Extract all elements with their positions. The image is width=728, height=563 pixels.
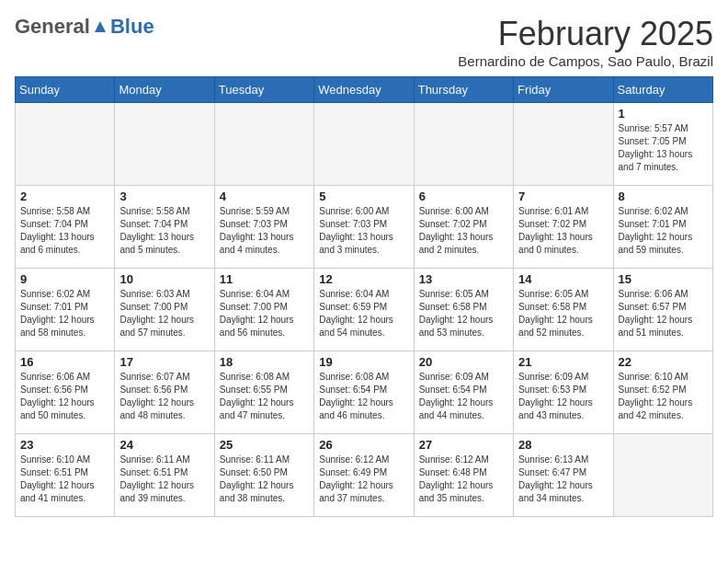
day-number: 7	[518, 190, 608, 203]
day-number: 23	[20, 438, 109, 452]
calendar-week-4: 16Sunrise: 6:06 AM Sunset: 6:56 PM Dayli…	[16, 351, 713, 434]
calendar-header-monday: Monday	[115, 77, 214, 103]
day-info: Sunrise: 6:11 AM Sunset: 6:51 PM Dayligh…	[119, 454, 209, 505]
day-info: Sunrise: 6:06 AM Sunset: 6:57 PM Dayligh…	[619, 288, 708, 339]
calendar-day: 1Sunrise: 5:57 AM Sunset: 7:05 PM Daylig…	[613, 103, 712, 186]
day-info: Sunrise: 6:09 AM Sunset: 6:53 PM Dayligh…	[518, 371, 608, 422]
day-info: Sunrise: 6:08 AM Sunset: 6:55 PM Dayligh…	[220, 371, 309, 422]
calendar-day: 25Sunrise: 6:11 AM Sunset: 6:50 PM Dayli…	[214, 434, 313, 517]
calendar-day	[16, 103, 115, 186]
day-number: 2	[20, 190, 109, 203]
calendar-header-friday: Friday	[514, 77, 613, 103]
logo-blue-text: Blue	[110, 15, 154, 39]
day-info: Sunrise: 6:00 AM Sunset: 7:02 PM Dayligh…	[419, 205, 508, 257]
calendar-week-2: 2Sunrise: 5:58 AM Sunset: 7:04 PM Daylig…	[16, 186, 713, 269]
month-title: February 2025	[458, 15, 713, 53]
calendar-day: 22Sunrise: 6:10 AM Sunset: 6:52 PM Dayli…	[613, 351, 712, 434]
calendar-day	[613, 434, 712, 517]
day-info: Sunrise: 6:13 AM Sunset: 6:47 PM Dayligh…	[518, 454, 608, 505]
day-number: 3	[119, 190, 209, 203]
day-info: Sunrise: 5:58 AM Sunset: 7:04 PM Dayligh…	[20, 205, 109, 257]
calendar-day: 28Sunrise: 6:13 AM Sunset: 6:47 PM Dayli…	[514, 434, 613, 517]
day-number: 22	[619, 355, 708, 369]
calendar-day: 14Sunrise: 6:05 AM Sunset: 6:58 PM Dayli…	[514, 269, 613, 351]
calendar-day: 24Sunrise: 6:11 AM Sunset: 6:51 PM Dayli…	[115, 434, 214, 517]
day-info: Sunrise: 6:09 AM Sunset: 6:54 PM Dayligh…	[419, 371, 508, 422]
calendar-header-row: SundayMondayTuesdayWednesdayThursdayFrid…	[16, 77, 713, 103]
calendar-week-1: 1Sunrise: 5:57 AM Sunset: 7:05 PM Daylig…	[16, 103, 713, 186]
day-info: Sunrise: 5:59 AM Sunset: 7:03 PM Dayligh…	[220, 205, 309, 257]
day-number: 11	[220, 272, 309, 286]
day-info: Sunrise: 6:04 AM Sunset: 6:59 PM Dayligh…	[319, 288, 408, 339]
calendar-header-wednesday: Wednesday	[314, 77, 414, 103]
day-info: Sunrise: 6:10 AM Sunset: 6:52 PM Dayligh…	[619, 371, 708, 422]
calendar-header-saturday: Saturday	[613, 77, 712, 103]
day-number: 8	[619, 190, 708, 203]
calendar-header-tuesday: Tuesday	[214, 77, 313, 103]
calendar-day: 19Sunrise: 6:08 AM Sunset: 6:54 PM Dayli…	[314, 351, 414, 434]
calendar-table: SundayMondayTuesdayWednesdayThursdayFrid…	[15, 76, 713, 517]
day-number: 6	[419, 190, 508, 203]
day-number: 1	[619, 107, 708, 121]
day-info: Sunrise: 5:57 AM Sunset: 7:05 PM Dayligh…	[619, 122, 708, 174]
calendar-day: 9Sunrise: 6:02 AM Sunset: 7:01 PM Daylig…	[16, 269, 115, 351]
logo-general-text: General	[15, 15, 90, 39]
day-info: Sunrise: 6:00 AM Sunset: 7:03 PM Dayligh…	[319, 205, 408, 257]
calendar-day	[314, 103, 414, 186]
calendar-day: 26Sunrise: 6:12 AM Sunset: 6:49 PM Dayli…	[314, 434, 414, 517]
calendar-day: 10Sunrise: 6:03 AM Sunset: 7:00 PM Dayli…	[115, 269, 214, 351]
day-number: 12	[319, 272, 408, 286]
day-number: 28	[518, 438, 608, 452]
day-info: Sunrise: 6:03 AM Sunset: 7:00 PM Dayligh…	[119, 288, 209, 339]
day-number: 25	[220, 438, 309, 452]
day-info: Sunrise: 6:05 AM Sunset: 6:58 PM Dayligh…	[419, 288, 508, 339]
title-block: February 2025 Bernardino de Campos, Sao …	[458, 15, 713, 69]
calendar-day: 6Sunrise: 6:00 AM Sunset: 7:02 PM Daylig…	[414, 186, 513, 269]
calendar-day	[514, 103, 613, 186]
calendar-day: 4Sunrise: 5:59 AM Sunset: 7:03 PM Daylig…	[214, 186, 313, 269]
day-number: 17	[119, 355, 209, 369]
calendar-day: 15Sunrise: 6:06 AM Sunset: 6:57 PM Dayli…	[613, 269, 712, 351]
page-header: General Blue February 2025 Bernardino de…	[15, 15, 713, 69]
calendar-day: 27Sunrise: 6:12 AM Sunset: 6:48 PM Dayli…	[414, 434, 513, 517]
calendar-week-5: 23Sunrise: 6:10 AM Sunset: 6:51 PM Dayli…	[16, 434, 713, 517]
calendar-day: 23Sunrise: 6:10 AM Sunset: 6:51 PM Dayli…	[16, 434, 115, 517]
calendar-day	[115, 103, 214, 186]
location-text: Bernardino de Campos, Sao Paulo, Brazil	[458, 53, 713, 69]
calendar-day: 18Sunrise: 6:08 AM Sunset: 6:55 PM Dayli…	[214, 351, 313, 434]
day-info: Sunrise: 6:07 AM Sunset: 6:56 PM Dayligh…	[119, 371, 209, 422]
calendar-header-thursday: Thursday	[414, 77, 513, 103]
calendar-day: 16Sunrise: 6:06 AM Sunset: 6:56 PM Dayli…	[16, 351, 115, 434]
day-info: Sunrise: 6:10 AM Sunset: 6:51 PM Dayligh…	[20, 454, 109, 505]
calendar-day: 20Sunrise: 6:09 AM Sunset: 6:54 PM Dayli…	[414, 351, 513, 434]
calendar-day: 3Sunrise: 5:58 AM Sunset: 7:04 PM Daylig…	[115, 186, 214, 269]
day-number: 20	[419, 355, 508, 369]
day-number: 18	[220, 355, 309, 369]
day-info: Sunrise: 6:01 AM Sunset: 7:02 PM Dayligh…	[518, 205, 608, 257]
day-info: Sunrise: 6:02 AM Sunset: 7:01 PM Dayligh…	[20, 288, 109, 339]
calendar-day: 13Sunrise: 6:05 AM Sunset: 6:58 PM Dayli…	[414, 269, 513, 351]
day-number: 10	[119, 272, 209, 286]
calendar-week-3: 9Sunrise: 6:02 AM Sunset: 7:01 PM Daylig…	[16, 269, 713, 351]
day-info: Sunrise: 6:06 AM Sunset: 6:56 PM Dayligh…	[20, 371, 109, 422]
day-info: Sunrise: 6:12 AM Sunset: 6:48 PM Dayligh…	[419, 454, 508, 505]
day-number: 15	[619, 272, 708, 286]
day-number: 24	[119, 438, 209, 452]
day-info: Sunrise: 6:02 AM Sunset: 7:01 PM Dayligh…	[619, 205, 708, 257]
day-number: 19	[319, 355, 408, 369]
calendar-day: 21Sunrise: 6:09 AM Sunset: 6:53 PM Dayli…	[514, 351, 613, 434]
calendar-day: 12Sunrise: 6:04 AM Sunset: 6:59 PM Dayli…	[314, 269, 414, 351]
day-number: 26	[319, 438, 408, 452]
day-info: Sunrise: 6:05 AM Sunset: 6:58 PM Dayligh…	[518, 288, 608, 339]
calendar-day	[414, 103, 513, 186]
day-number: 21	[518, 355, 608, 369]
logo: General Blue	[15, 15, 154, 39]
day-number: 27	[419, 438, 508, 452]
calendar-day: 8Sunrise: 6:02 AM Sunset: 7:01 PM Daylig…	[613, 186, 712, 269]
calendar-day: 17Sunrise: 6:07 AM Sunset: 6:56 PM Dayli…	[115, 351, 214, 434]
calendar-day: 7Sunrise: 6:01 AM Sunset: 7:02 PM Daylig…	[514, 186, 613, 269]
day-info: Sunrise: 6:08 AM Sunset: 6:54 PM Dayligh…	[319, 371, 408, 422]
calendar-day: 2Sunrise: 5:58 AM Sunset: 7:04 PM Daylig…	[16, 186, 115, 269]
day-number: 16	[20, 355, 109, 369]
calendar-day	[214, 103, 313, 186]
